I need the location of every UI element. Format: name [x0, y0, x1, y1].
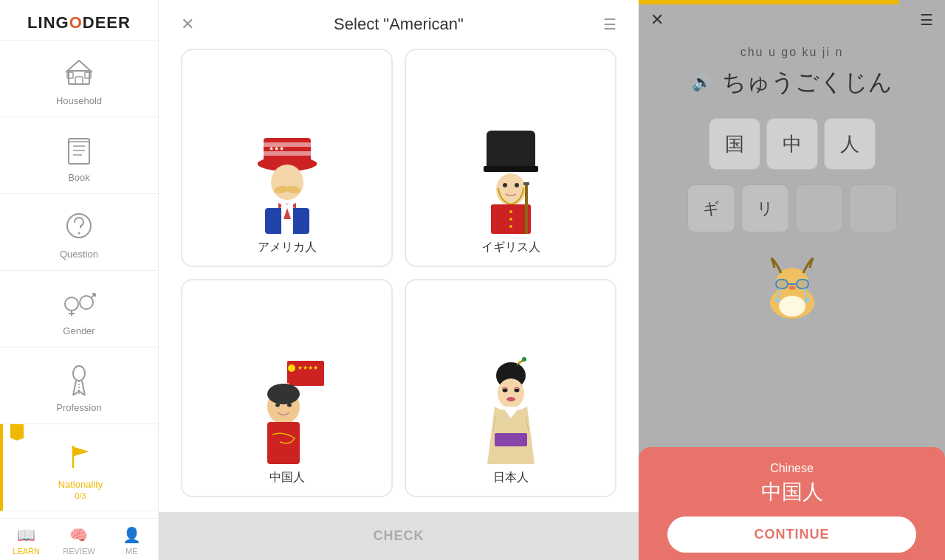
nationality-icon [62, 438, 99, 474]
svg-rect-1 [75, 77, 83, 84]
sidebar-item-household[interactable]: Household [0, 41, 158, 117]
card-japanese[interactable]: 日本人 [405, 279, 616, 497]
sidebar-item-question[interactable]: Question [0, 194, 158, 271]
send-icon: ➤ [902, 525, 915, 545]
svg-point-11 [65, 297, 78, 311]
japanese-illustration [413, 353, 608, 464]
british-label: イギリス人 [481, 240, 540, 255]
sidebar-item-gender[interactable]: Gender [0, 271, 158, 348]
american-illustration: ★★★ [190, 123, 384, 234]
nationality-progress: 0/3 [75, 491, 86, 500]
modal-header: ✕ Select "American" ☰ [159, 0, 639, 41]
svg-point-40 [515, 183, 519, 187]
cards-grid: ★★★ [159, 41, 639, 512]
svg-point-60 [502, 389, 507, 393]
japanese-word-row: 🔊 ちゅうごくじん [639, 59, 945, 111]
american-label: アメリカ人 [258, 240, 317, 255]
continue-button[interactable]: CONTINUE [667, 516, 917, 553]
svg-point-52 [275, 404, 280, 407]
svg-rect-45 [525, 182, 528, 234]
nav-review[interactable]: 🧠 REVIEW [52, 519, 105, 560]
household-label: Household [56, 95, 102, 106]
modal-title: Select "American" [194, 15, 603, 34]
logo-o: O [69, 13, 83, 32]
card-chinese[interactable]: ★★★★ 中国人 [181, 279, 393, 497]
svg-point-39 [503, 183, 507, 187]
svg-point-42 [509, 210, 512, 213]
answer-input-area: 国 中 人 [639, 111, 945, 177]
right-close-icon[interactable]: ✕ [650, 10, 664, 30]
middle-panel: ✕ Select "American" ☰ ★★★ [159, 0, 639, 560]
svg-text:★★★: ★★★ [269, 145, 284, 152]
sidebar-item-book[interactable]: Book [0, 117, 158, 194]
sidebar-item-nationality[interactable]: Nationality 0/3 [0, 424, 158, 511]
right-menu-icon[interactable]: ☰ [920, 11, 933, 29]
result-popup: Chinese 中国人 CONTINUE ➤ [639, 447, 945, 560]
svg-point-57 [522, 357, 526, 362]
nav-learn[interactable]: 📖 LEARN [0, 519, 52, 560]
char-tile-3[interactable]: 人 [824, 118, 876, 170]
svg-text:★★★★: ★★★★ [298, 364, 318, 371]
svg-point-71 [775, 298, 780, 303]
option-tile-4[interactable] [849, 184, 897, 232]
svg-rect-36 [487, 131, 535, 171]
svg-rect-69 [797, 280, 808, 288]
bottom-navigation: 📖 LEARN 🧠 REVIEW 👤 ME [0, 518, 158, 560]
svg-point-10 [78, 232, 80, 235]
option-tile-1[interactable]: ギ [687, 184, 735, 232]
svg-point-44 [509, 225, 512, 228]
book-label: Book [68, 172, 90, 183]
sidebar-items: Household Book [0, 41, 158, 518]
menu-icon[interactable]: ☰ [603, 15, 616, 33]
review-icon: 🧠 [69, 526, 88, 544]
left-sidebar: LINGODEER Household [0, 0, 159, 560]
svg-point-74 [779, 296, 805, 317]
household-icon [61, 54, 97, 91]
svg-point-14 [80, 296, 93, 309]
svg-point-51 [267, 384, 300, 404]
nav-me[interactable]: 👤 ME [106, 519, 158, 560]
svg-point-58 [518, 361, 521, 364]
svg-rect-4 [69, 139, 89, 164]
result-word: 中国人 [653, 478, 930, 506]
learn-icon: 📖 [17, 526, 35, 544]
review-label: REVIEW [63, 547, 94, 556]
book-icon [61, 131, 97, 167]
question-label: Question [60, 249, 98, 260]
nationality-label: Nationality [58, 479, 103, 490]
mascot-svg [748, 247, 836, 321]
sidebar-item-profession[interactable]: Profession [0, 348, 158, 424]
svg-rect-46 [523, 182, 529, 185]
chinese-illustration: ★★★★ [190, 353, 384, 464]
svg-point-72 [805, 298, 809, 303]
question-icon [61, 207, 97, 244]
card-american[interactable]: ★★★ [181, 49, 393, 267]
svg-point-62 [506, 397, 515, 401]
profession-icon [61, 361, 97, 398]
gender-icon [61, 284, 97, 321]
right-panel: ✕ ☰ chu u go ku ji n 🔊 ちゅうごくじん 国 中 人 ギ リ [639, 0, 945, 560]
option-tile-3[interactable] [795, 184, 843, 232]
romaji-text: chu u go ku ji n [639, 46, 945, 59]
close-icon[interactable]: ✕ [181, 16, 194, 32]
progress-bar [639, 0, 899, 4]
svg-rect-68 [776, 280, 788, 288]
bookmark-badge [10, 424, 24, 440]
char-tile-1[interactable]: 国 [709, 118, 760, 170]
japanese-label: 日本人 [493, 470, 529, 485]
svg-point-18 [73, 366, 85, 381]
app-logo: LINGODEER [27, 13, 131, 32]
card-british[interactable]: イギリス人 [405, 49, 616, 267]
right-header: ✕ ☰ [639, 0, 945, 40]
svg-point-48 [288, 364, 295, 372]
logo-area: LINGODEER [0, 0, 158, 41]
me-icon: 👤 [123, 526, 141, 544]
check-button[interactable]: CHECK [159, 512, 639, 560]
char-tile-2[interactable]: 中 [766, 118, 818, 170]
british-illustration [413, 123, 608, 234]
option-tile-2[interactable]: リ [741, 184, 789, 232]
chinese-label: 中国人 [269, 470, 305, 485]
svg-point-43 [509, 218, 512, 221]
svg-point-38 [496, 173, 526, 206]
sound-icon[interactable]: 🔊 [692, 73, 712, 92]
